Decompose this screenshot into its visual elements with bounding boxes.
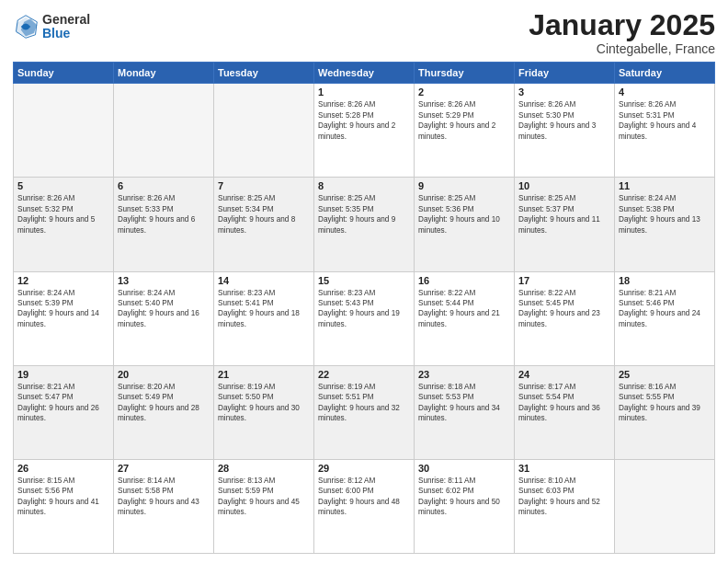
header: General Blue January 2025 Cintegabelle, … <box>13 9 715 56</box>
cell-info: Sunrise: 8:26 AM Sunset: 5:33 PM Dayligh… <box>118 193 210 236</box>
header-sunday: Sunday <box>14 63 114 84</box>
logo-general-text: General <box>42 13 90 27</box>
table-row: 10Sunrise: 8:25 AM Sunset: 5:37 PM Dayli… <box>515 178 615 271</box>
calendar-header-row: Sunday Monday Tuesday Wednesday Thursday… <box>14 63 715 84</box>
cell-info: Sunrise: 8:19 AM Sunset: 5:51 PM Dayligh… <box>318 382 410 424</box>
day-number: 15 <box>318 275 410 286</box>
table-row: 6Sunrise: 8:26 AM Sunset: 5:33 PM Daylig… <box>114 178 214 271</box>
day-number: 17 <box>518 275 610 286</box>
page: General Blue January 2025 Cintegabelle, … <box>0 0 728 563</box>
table-row <box>114 84 214 178</box>
cell-info: Sunrise: 8:12 AM Sunset: 6:00 PM Dayligh… <box>318 476 410 518</box>
cell-info: Sunrise: 8:17 AM Sunset: 5:54 PM Dayligh… <box>518 382 610 424</box>
cell-info: Sunrise: 8:24 AM Sunset: 5:40 PM Dayligh… <box>118 288 210 330</box>
day-number: 19 <box>17 369 109 380</box>
day-number: 20 <box>118 369 210 380</box>
table-row: 8Sunrise: 8:25 AM Sunset: 5:35 PM Daylig… <box>314 178 415 271</box>
cell-info: Sunrise: 8:26 AM Sunset: 5:31 PM Dayligh… <box>619 99 711 142</box>
day-number: 27 <box>118 463 210 474</box>
day-number: 18 <box>619 275 711 286</box>
day-number: 1 <box>318 86 410 98</box>
table-row: 1Sunrise: 8:26 AM Sunset: 5:28 PM Daylig… <box>314 84 415 178</box>
cell-info: Sunrise: 8:16 AM Sunset: 5:55 PM Dayligh… <box>619 382 711 424</box>
table-row: 3Sunrise: 8:26 AM Sunset: 5:30 PM Daylig… <box>515 84 615 178</box>
cell-info: Sunrise: 8:26 AM Sunset: 5:30 PM Dayligh… <box>518 99 610 142</box>
table-row: 4Sunrise: 8:26 AM Sunset: 5:31 PM Daylig… <box>615 84 715 178</box>
table-row: 29Sunrise: 8:12 AM Sunset: 6:00 PM Dayli… <box>314 459 415 553</box>
table-row: 24Sunrise: 8:17 AM Sunset: 5:54 PM Dayli… <box>515 365 615 459</box>
table-row: 31Sunrise: 8:10 AM Sunset: 6:03 PM Dayli… <box>515 459 615 553</box>
table-row <box>214 84 314 178</box>
day-number: 22 <box>318 369 410 380</box>
table-row: 9Sunrise: 8:25 AM Sunset: 5:36 PM Daylig… <box>415 178 515 271</box>
table-row: 14Sunrise: 8:23 AM Sunset: 5:41 PM Dayli… <box>214 271 314 365</box>
day-number: 13 <box>118 275 210 286</box>
day-number: 9 <box>418 180 510 191</box>
cell-info: Sunrise: 8:13 AM Sunset: 5:59 PM Dayligh… <box>218 476 310 518</box>
table-row: 23Sunrise: 8:18 AM Sunset: 5:53 PM Dayli… <box>415 365 515 459</box>
calendar-week-row: 26Sunrise: 8:15 AM Sunset: 5:56 PM Dayli… <box>14 459 715 553</box>
table-row: 16Sunrise: 8:22 AM Sunset: 5:44 PM Dayli… <box>415 271 515 365</box>
cell-info: Sunrise: 8:23 AM Sunset: 5:43 PM Dayligh… <box>318 288 410 330</box>
cell-info: Sunrise: 8:22 AM Sunset: 5:45 PM Dayligh… <box>518 288 610 330</box>
location: Cintegabelle, France <box>529 41 715 56</box>
cell-info: Sunrise: 8:25 AM Sunset: 5:37 PM Dayligh… <box>518 193 610 236</box>
table-row: 20Sunrise: 8:20 AM Sunset: 5:49 PM Dayli… <box>114 365 214 459</box>
day-number: 7 <box>218 180 310 191</box>
day-number: 3 <box>518 86 610 98</box>
day-number: 23 <box>418 369 510 380</box>
day-number: 14 <box>218 275 310 286</box>
calendar-week-row: 1Sunrise: 8:26 AM Sunset: 5:28 PM Daylig… <box>14 84 715 178</box>
header-wednesday: Wednesday <box>314 63 415 84</box>
header-tuesday: Tuesday <box>214 63 314 84</box>
day-number: 31 <box>518 463 610 474</box>
cell-info: Sunrise: 8:10 AM Sunset: 6:03 PM Dayligh… <box>518 476 610 518</box>
calendar-week-row: 19Sunrise: 8:21 AM Sunset: 5:47 PM Dayli… <box>14 365 715 459</box>
logo: General Blue <box>13 13 90 41</box>
day-number: 4 <box>619 86 711 98</box>
table-row: 17Sunrise: 8:22 AM Sunset: 5:45 PM Dayli… <box>515 271 615 365</box>
cell-info: Sunrise: 8:24 AM Sunset: 5:39 PM Dayligh… <box>17 288 109 330</box>
table-row: 18Sunrise: 8:21 AM Sunset: 5:46 PM Dayli… <box>615 271 715 365</box>
calendar-week-row: 5Sunrise: 8:26 AM Sunset: 5:32 PM Daylig… <box>14 178 715 271</box>
cell-info: Sunrise: 8:20 AM Sunset: 5:49 PM Dayligh… <box>118 382 210 424</box>
day-number: 24 <box>518 369 610 380</box>
cell-info: Sunrise: 8:14 AM Sunset: 5:58 PM Dayligh… <box>118 476 210 518</box>
table-row: 7Sunrise: 8:25 AM Sunset: 5:34 PM Daylig… <box>214 178 314 271</box>
table-row: 25Sunrise: 8:16 AM Sunset: 5:55 PM Dayli… <box>615 365 715 459</box>
table-row: 28Sunrise: 8:13 AM Sunset: 5:59 PM Dayli… <box>214 459 314 553</box>
table-row: 27Sunrise: 8:14 AM Sunset: 5:58 PM Dayli… <box>114 459 214 553</box>
day-number: 25 <box>619 369 711 380</box>
logo-text: General Blue <box>42 13 90 41</box>
cell-info: Sunrise: 8:22 AM Sunset: 5:44 PM Dayligh… <box>418 288 510 330</box>
cell-info: Sunrise: 8:26 AM Sunset: 5:29 PM Dayligh… <box>418 99 510 142</box>
logo-blue-text: Blue <box>42 27 90 40</box>
cell-info: Sunrise: 8:25 AM Sunset: 5:36 PM Dayligh… <box>418 193 510 236</box>
cell-info: Sunrise: 8:21 AM Sunset: 5:46 PM Dayligh… <box>619 288 711 330</box>
day-number: 5 <box>17 180 109 191</box>
cell-info: Sunrise: 8:26 AM Sunset: 5:32 PM Dayligh… <box>17 193 109 236</box>
cell-info: Sunrise: 8:11 AM Sunset: 6:02 PM Dayligh… <box>418 476 510 518</box>
day-number: 29 <box>318 463 410 474</box>
day-number: 30 <box>418 463 510 474</box>
logo-icon <box>13 14 39 40</box>
table-row: 15Sunrise: 8:23 AM Sunset: 5:43 PM Dayli… <box>314 271 415 365</box>
header-thursday: Thursday <box>415 63 515 84</box>
day-number: 11 <box>619 180 711 191</box>
calendar-week-row: 12Sunrise: 8:24 AM Sunset: 5:39 PM Dayli… <box>14 271 715 365</box>
cell-info: Sunrise: 8:24 AM Sunset: 5:38 PM Dayligh… <box>619 193 711 236</box>
day-number: 26 <box>17 463 109 474</box>
table-row <box>14 84 114 178</box>
day-number: 21 <box>218 369 310 380</box>
header-monday: Monday <box>114 63 214 84</box>
day-number: 28 <box>218 463 310 474</box>
month-title: January 2025 <box>529 9 715 41</box>
table-row: 21Sunrise: 8:19 AM Sunset: 5:50 PM Dayli… <box>214 365 314 459</box>
cell-info: Sunrise: 8:18 AM Sunset: 5:53 PM Dayligh… <box>418 382 510 424</box>
cell-info: Sunrise: 8:26 AM Sunset: 5:28 PM Dayligh… <box>318 99 410 142</box>
table-row: 13Sunrise: 8:24 AM Sunset: 5:40 PM Dayli… <box>114 271 214 365</box>
table-row: 26Sunrise: 8:15 AM Sunset: 5:56 PM Dayli… <box>14 459 114 553</box>
cell-info: Sunrise: 8:23 AM Sunset: 5:41 PM Dayligh… <box>218 288 310 330</box>
cell-info: Sunrise: 8:19 AM Sunset: 5:50 PM Dayligh… <box>218 382 310 424</box>
table-row: 2Sunrise: 8:26 AM Sunset: 5:29 PM Daylig… <box>415 84 515 178</box>
